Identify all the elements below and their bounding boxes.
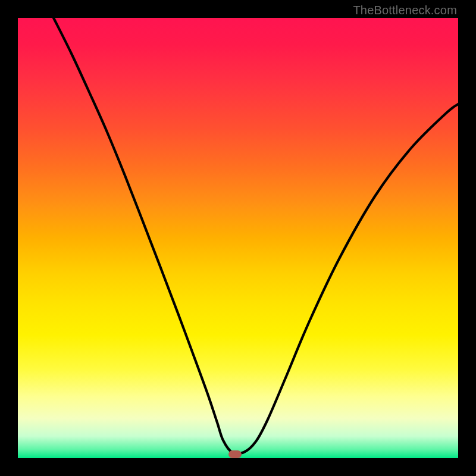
outer-frame: TheBottleneck.com (0, 0, 476, 476)
plot-area (18, 18, 458, 458)
bottleneck-curve (18, 18, 458, 458)
optimum-marker (228, 450, 242, 458)
watermark-text: TheBottleneck.com (353, 4, 457, 17)
